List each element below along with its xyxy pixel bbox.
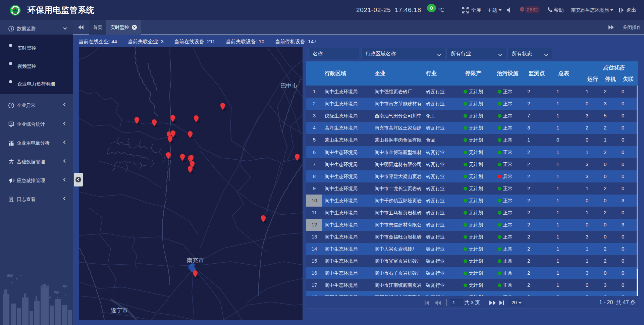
svg-text:巴中市: 巴中市 <box>280 83 298 89</box>
svg-text:遂宁市: 遂宁市 <box>111 307 128 314</box>
svg-text:南充市: 南充市 <box>187 257 204 264</box>
